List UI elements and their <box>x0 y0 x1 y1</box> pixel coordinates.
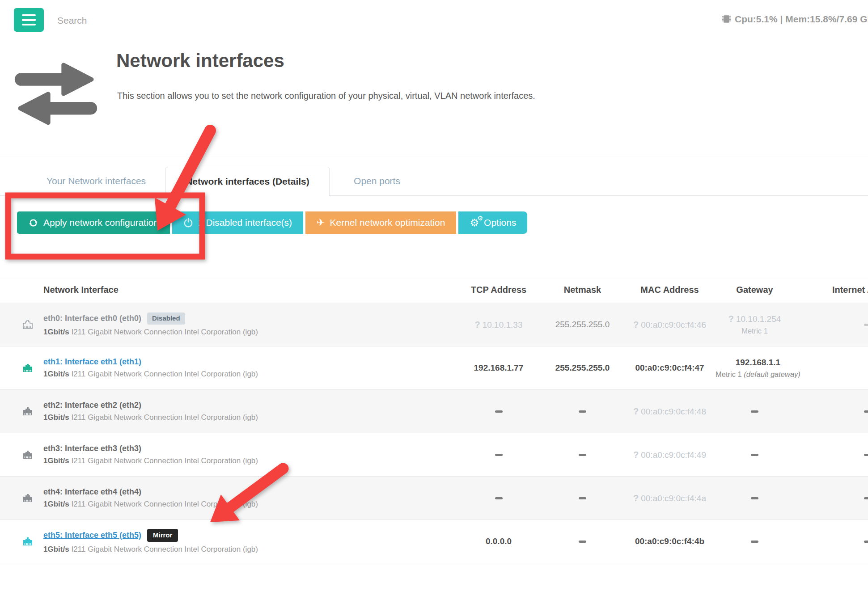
interface-link-eth1[interactable]: eth1: Interface eth1 (eth1) <box>43 357 141 367</box>
ethernet-port-icon <box>22 450 33 460</box>
interface-description: 1Gbit/sI211 Gigabit Network Connection I… <box>43 328 456 337</box>
gears-icon: ⚙⚙ <box>470 218 479 228</box>
unknown-icon: ? <box>633 450 639 460</box>
table-row-eth3[interactable]: eth3: Interface eth3 (eth3) 1Gbit/sI211 … <box>0 433 868 477</box>
page-subtitle: This section allows you to set the netwo… <box>117 91 535 101</box>
mac-address: 00:a0:c9:0c:f4:48 <box>641 407 706 416</box>
table-row-eth2[interactable]: eth2: Interface eth2 (eth2) 1Gbit/sI211 … <box>0 390 868 433</box>
table-row-eth5[interactable]: eth5: Interface eth5 (eth5) Mirror 1Gbit… <box>0 520 868 563</box>
interface-description: 1Gbit/sI211 Gigabit Network Connection I… <box>43 413 456 422</box>
options-button-label: Options <box>484 217 516 228</box>
kernel-network-optimization-button[interactable]: ✈ Kernel network optimization <box>305 211 456 234</box>
netmask: 255.255.255.0 <box>555 320 610 329</box>
empty-value-dash <box>751 497 758 499</box>
column-header-netmask: Netmask <box>541 285 624 295</box>
netmask: 255.255.255.0 <box>555 363 610 372</box>
column-header-gateway: Gateway <box>716 285 794 295</box>
empty-value-dash <box>495 410 503 413</box>
ethernet-port-icon <box>22 493 33 503</box>
tcp-address: 0.0.0.0 <box>486 536 512 546</box>
interface-title: eth4: Interface eth4 (eth4) <box>43 487 141 497</box>
mac-address: 00:a0:c9:0c:f4:46 <box>641 320 706 329</box>
tcp-address: 10.10.1.33 <box>483 320 523 329</box>
ethernet-port-icon <box>22 536 33 546</box>
tcp-address: 192.168.1.77 <box>474 363 524 372</box>
interface-description: 1Gbit/sI211 Gigabit Network Connection I… <box>43 500 456 509</box>
table-row-eth1[interactable]: eth1: Interface eth1 (eth1) 1Gbit/sI211 … <box>0 346 868 390</box>
empty-value-dash <box>864 454 868 456</box>
apply-network-configuration-button[interactable]: Apply network configuration <box>17 211 170 234</box>
mac-address: 00:a0:c9:0c:f4:4b <box>635 536 704 546</box>
power-icon <box>183 218 193 228</box>
options-button[interactable]: ⚙⚙ Options <box>458 211 527 234</box>
unknown-icon: ? <box>728 314 734 324</box>
empty-value-dash <box>864 497 868 499</box>
apply-button-label: Apply network configuration <box>43 217 159 228</box>
toolbar: Apply network configuration 1 Disabled i… <box>17 211 527 234</box>
interface-description: 1Gbit/sI211 Gigabit Network Connection I… <box>43 545 456 554</box>
table-header-row: Network Interface TCP Address Netmask MA… <box>0 277 868 303</box>
mac-address: 00:a0:c9:0c:f4:49 <box>641 450 706 460</box>
unknown-icon: ? <box>633 493 639 503</box>
interface-title: eth0: Interface eth0 (eth0) <box>43 314 141 323</box>
empty-value-dash <box>751 541 758 543</box>
status-badge-mirror: Mirror <box>147 529 178 542</box>
search-input[interactable] <box>56 13 192 29</box>
disabled-button-label: 1 Disabled interface(s) <box>198 217 292 228</box>
kernel-button-label: Kernel network optimization <box>330 217 445 228</box>
empty-value-dash <box>579 497 586 499</box>
cpu-chip-icon <box>721 13 732 25</box>
system-stats: Cpu:5.1% | Mem:15.8%/7.69 GB <box>721 13 868 25</box>
unknown-icon: ? <box>633 406 639 416</box>
unknown-icon: ? <box>474 320 480 329</box>
hamburger-menu-button[interactable] <box>14 8 44 32</box>
column-header-tcp-address: TCP Address <box>456 285 541 295</box>
header-divider <box>0 155 868 155</box>
empty-value-dash <box>864 410 868 413</box>
system-stats-text: Cpu:5.1% | Mem:15.8%/7.69 GB <box>735 14 868 25</box>
table-row-eth4[interactable]: eth4: Interface eth4 (eth4) 1Gbit/sI211 … <box>0 477 868 520</box>
interface-description: 1Gbit/sI211 Gigabit Network Connection I… <box>43 456 456 465</box>
empty-value-dash <box>579 454 586 456</box>
tab-your-network-interfaces[interactable]: Your Network interfaces <box>27 167 165 195</box>
disabled-interfaces-button[interactable]: 1 Disabled interface(s) <box>172 211 303 234</box>
page-title: Network interfaces <box>116 50 284 72</box>
column-header-internet-address: Internet Address <box>794 285 868 295</box>
tab-open-ports[interactable]: Open ports <box>330 167 424 195</box>
interface-title: eth3: Interface eth3 (eth3) <box>43 444 141 453</box>
empty-value-dash <box>864 541 868 543</box>
empty-value-dash <box>864 324 868 326</box>
status-badge-disabled: Disabled <box>147 313 185 325</box>
empty-value-dash <box>579 410 586 413</box>
interface-link-eth5[interactable]: eth5: Interface eth5 (eth5) <box>43 531 141 540</box>
gateway-metric: Metric 1 (default gateway) <box>716 370 800 379</box>
gateway: 10.10.1.254 <box>736 314 781 324</box>
empty-value-dash <box>579 541 586 543</box>
network-exchange-icon <box>13 59 98 129</box>
column-header-mac-address: MAC Address <box>624 285 716 295</box>
empty-value-dash <box>751 454 758 456</box>
table-row-eth0[interactable]: eth0: Interface eth0 (eth0) Disabled 1Gb… <box>0 303 868 346</box>
tab-bar: Your Network interfaces Network interfac… <box>0 167 868 196</box>
interfaces-table: Network Interface TCP Address Netmask MA… <box>0 277 868 563</box>
empty-value-dash <box>495 454 503 456</box>
interface-title: eth2: Interface eth2 (eth2) <box>43 401 141 410</box>
interface-description: 1Gbit/sI211 Gigabit Network Connection I… <box>43 370 456 379</box>
ethernet-port-icon <box>22 320 33 329</box>
tab-network-interfaces-details[interactable]: Network interfaces (Details) <box>165 167 330 196</box>
plane-icon: ✈ <box>317 218 325 228</box>
gateway-metric: Metric 1 <box>716 327 794 335</box>
gateway: 192.168.1.1 <box>736 358 780 367</box>
column-header-network-interface: Network Interface <box>0 285 456 295</box>
refresh-icon <box>28 218 38 228</box>
unknown-icon: ? <box>633 320 639 329</box>
empty-value-dash <box>751 410 758 413</box>
mac-address: 00:a0:c9:0c:f4:4a <box>641 494 706 503</box>
empty-value-dash <box>495 497 503 499</box>
ethernet-port-icon <box>22 406 33 416</box>
hamburger-menu-icon <box>22 24 36 26</box>
mac-address: 00:a0:c9:0c:f4:47 <box>635 363 704 372</box>
ethernet-port-icon <box>22 363 33 373</box>
hamburger-menu-icon <box>22 19 36 21</box>
hamburger-menu-icon <box>22 14 36 17</box>
